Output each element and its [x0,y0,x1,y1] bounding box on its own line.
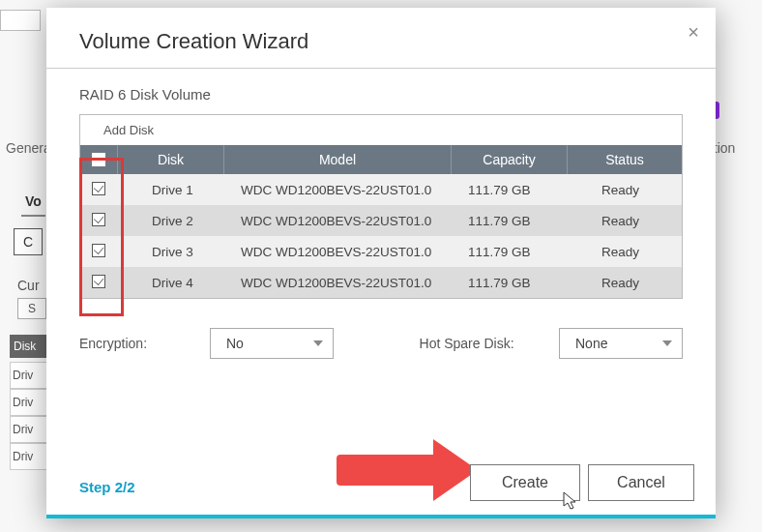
create-button[interactable]: Create [470,464,580,501]
bg-vol-tab: Vo [21,193,45,217]
encryption-label: Encryption: [79,336,181,351]
row-checkbox[interactable] [92,244,105,257]
cell-model: WDC WD1200BEVS-22UST01.0 [223,214,451,228]
table-row: Drive 4WDC WD1200BEVS-22UST01.0111.79 GB… [80,267,682,298]
col-header-capacity: Capacity [451,145,567,174]
table-row: Drive 2WDC WD1200BEVS-22UST01.0111.79 GB… [80,205,682,236]
cell-capacity: 111.79 GB [451,183,567,197]
col-header-model: Model [223,145,451,174]
cell-disk: Drive 1 [117,183,223,197]
hot-spare-label: Hot Spare Disk: [420,336,530,351]
cell-disk: Drive 2 [117,214,223,228]
cell-model: WDC WD1200BEVS-22UST01.0 [223,245,451,259]
hot-spare-value: None [575,336,607,351]
table-header: Disk Model Capacity Status [80,145,682,174]
disk-table: Add Disk Disk Model Capacity Status Driv… [79,114,683,299]
bg-general-label: Genera [6,140,51,156]
col-header-disk: Disk [117,145,223,174]
close-icon[interactable]: × [685,23,702,41]
bg-toolbar [0,10,41,31]
bg-s-box: S [17,298,46,319]
encryption-value: No [226,336,244,351]
cancel-button[interactable]: Cancel [588,464,694,501]
cell-capacity: 111.79 GB [451,245,567,259]
hot-spare-select[interactable]: None [559,328,683,359]
chevron-down-icon [662,340,672,346]
cell-disk: Drive 4 [117,276,223,290]
cell-capacity: 111.79 GB [451,276,567,290]
bg-curr-label: Cur [17,278,40,293]
encryption-select[interactable]: No [210,328,334,359]
bg-c-button: C [14,228,43,255]
volume-type-subtitle: RAID 6 Disk Volume [79,86,683,103]
chevron-down-icon [313,340,323,346]
add-disk-label: Add Disk [80,115,682,145]
dialog-footer: Step 2/2 Create Cancel [46,453,716,518]
table-row: Drive 3WDC WD1200BEVS-22UST01.0111.79 GB… [80,236,682,267]
select-all-checkbox[interactable] [92,153,105,166]
cell-capacity: 111.79 GB [451,214,567,228]
dialog-title: Volume Creation Wizard [46,8,716,69]
cell-status: Ready [567,214,682,228]
step-indicator: Step 2/2 [79,479,135,495]
cell-model: WDC WD1200BEVS-22UST01.0 [223,183,451,197]
row-checkbox[interactable] [92,213,105,226]
volume-creation-wizard-dialog: × Volume Creation Wizard RAID 6 Disk Vol… [46,8,716,518]
cell-status: Ready [567,245,682,259]
cell-status: Ready [567,276,682,290]
cell-status: Ready [567,183,682,197]
col-header-status: Status [567,145,682,174]
table-row: Drive 1WDC WD1200BEVS-22UST01.0111.79 GB… [80,174,682,205]
row-checkbox[interactable] [92,275,105,288]
row-checkbox[interactable] [92,182,105,195]
cell-disk: Drive 3 [117,245,223,259]
cell-model: WDC WD1200BEVS-22UST01.0 [223,276,451,290]
